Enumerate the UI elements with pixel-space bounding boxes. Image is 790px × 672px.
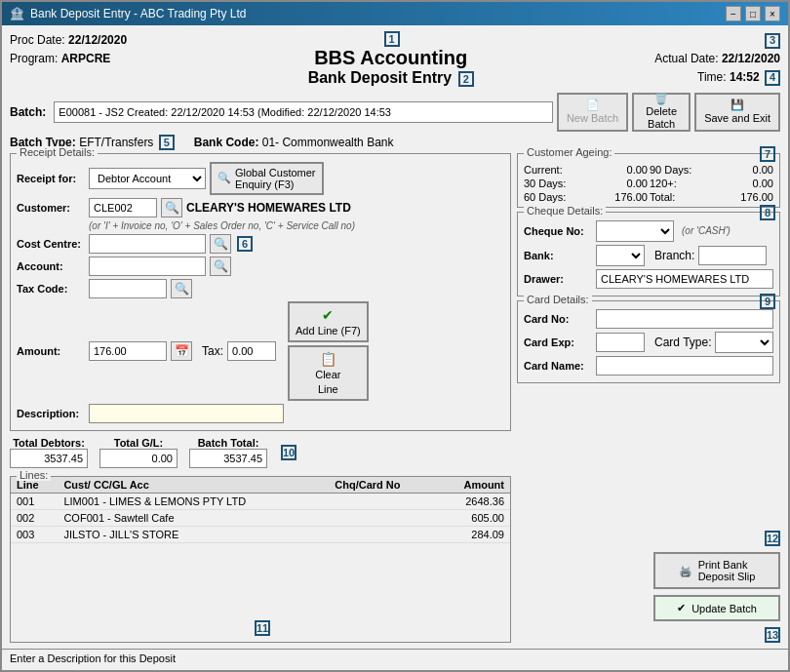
lines-label: Lines: xyxy=(17,469,51,481)
update-batch-button[interactable]: ✔ Update Batch xyxy=(653,595,780,621)
line-account: COF001 - Sawtell Cafe xyxy=(58,509,329,526)
bank-code-value: 01- Commonwealth Bank xyxy=(262,136,394,149)
new-batch-button[interactable]: 📄 New Batch xyxy=(557,93,628,132)
card-no-label: Card No: xyxy=(524,313,592,325)
batch-total-value xyxy=(189,449,267,468)
current-value: 0.00 xyxy=(587,164,649,176)
line-amount: 2648.36 xyxy=(437,493,510,509)
clear-line-button[interactable]: 📋 ClearLine xyxy=(288,345,369,401)
line-chq xyxy=(329,493,437,509)
print-icon: 🖨️ xyxy=(679,565,692,577)
col-account: Cust/ CC/GL Acc xyxy=(58,477,329,494)
card-no-input[interactable] xyxy=(596,309,773,329)
card-type-label: Card Type: xyxy=(654,336,711,349)
card-exp-label: Card Exp: xyxy=(524,336,592,348)
customer-code-input[interactable] xyxy=(89,198,157,217)
cost-centre-input[interactable] xyxy=(89,234,206,254)
tax-code-input[interactable] xyxy=(89,279,167,298)
delete-batch-button[interactable]: 🗑️ DeleteBatch xyxy=(632,93,691,132)
cheque-details-group: Cheque Details: 8 Cheque No: (or 'CASH')… xyxy=(517,212,780,296)
line-chq xyxy=(329,526,437,542)
close-button[interactable]: × xyxy=(765,6,780,21)
batch-total-label: Batch Total: xyxy=(198,437,259,449)
tax-code-label: Tax Code: xyxy=(17,283,85,295)
tax-input[interactable] xyxy=(227,341,276,361)
description-label: Description: xyxy=(17,408,85,419)
badge2: 2 xyxy=(458,71,474,87)
badge8: 8 xyxy=(760,205,775,220)
days30-value: 0.00 xyxy=(587,178,649,189)
badge10: 10 xyxy=(281,445,296,460)
card-exp-input[interactable] xyxy=(596,333,645,352)
line-account: LIM001 - LIMES & LEMONS PTY LTD xyxy=(58,493,329,509)
batch-label: Batch: xyxy=(10,105,46,119)
window-title: Bank Deposit Entry - ABC Trading Pty Ltd xyxy=(30,7,246,20)
total-debtors-label: Total Debtors: xyxy=(13,437,85,449)
add-line-button[interactable]: ✔ Add Line (F7) xyxy=(288,301,369,342)
save-exit-button[interactable]: 💾 Save and Exit xyxy=(694,93,780,132)
global-customer-enquiry-button[interactable]: 🔍 Global CustomerEnquiry (F3) xyxy=(210,162,324,195)
col-amount: Amount xyxy=(437,477,510,494)
table-row[interactable]: 003 JILSTO - JILL'S STORE 284.09 xyxy=(11,526,510,542)
receipt-for-select[interactable]: Debtor Account xyxy=(89,168,206,189)
status-text: Enter a Description for this Deposit xyxy=(10,652,176,664)
amount-label: Amount: xyxy=(17,345,85,357)
customer-search-button[interactable]: 🔍 xyxy=(161,198,182,217)
header-right: 3 Actual Date: 22/12/2020 Time: 14:52 4 xyxy=(654,31,780,88)
col-chq: Chq/Card No xyxy=(329,477,437,494)
batch-input[interactable] xyxy=(54,101,553,123)
cheque-no-select[interactable] xyxy=(596,220,674,242)
drawer-input[interactable] xyxy=(596,269,773,289)
receipt-details-label: Receipt Details: xyxy=(17,146,98,158)
card-type-select[interactable] xyxy=(715,332,773,353)
days120-label: 120+: xyxy=(650,178,711,189)
calendar-button[interactable]: 📅 xyxy=(171,341,192,361)
days90-label: 90 Days: xyxy=(650,164,711,176)
bank-code-label: Bank Code: xyxy=(194,136,259,149)
badge11: 11 xyxy=(255,620,270,636)
lines-table: Line Cust/ CC/GL Acc Chq/Card No Amount … xyxy=(11,477,510,543)
line-amount: 605.00 xyxy=(437,509,510,526)
totals-row: Total Debtors: Total G/L: Batch Total: 1… xyxy=(10,437,511,468)
branch-input[interactable] xyxy=(698,246,767,265)
app-title: BBS Accounting xyxy=(127,47,654,69)
receipt-details-group: Receipt Details: Receipt for: Debtor Acc… xyxy=(10,153,511,431)
new-batch-icon: 📄 xyxy=(586,99,600,111)
card-name-label: Card Name: xyxy=(524,360,592,372)
badge12: 12 xyxy=(765,531,780,546)
account-input[interactable] xyxy=(89,257,206,276)
badge7: 7 xyxy=(760,146,775,162)
current-label: Current: xyxy=(524,164,585,176)
header-left: Proc Date: 22/12/2020 Program: ARPCRE xyxy=(10,31,127,68)
account-label: Account: xyxy=(17,260,85,272)
cost-centre-label: Cost Centre: xyxy=(17,238,85,250)
total-label: Total: xyxy=(650,191,711,203)
global-icon: 🔍 xyxy=(217,172,231,184)
account-search-button[interactable]: 🔍 xyxy=(210,257,231,276)
app-icon: 🏦 xyxy=(10,7,24,20)
cheque-no-label: Cheque No: xyxy=(524,225,592,237)
total-gl-value xyxy=(99,449,178,468)
customer-name: CLEARY'S HOMEWARES LTD xyxy=(186,201,351,215)
maximize-button[interactable]: □ xyxy=(745,6,761,21)
line-num: 003 xyxy=(11,526,58,542)
customer-label: Customer: xyxy=(17,202,85,214)
amount-input[interactable] xyxy=(89,341,167,361)
tax-code-search-button[interactable]: 🔍 xyxy=(171,279,192,298)
bank-select[interactable] xyxy=(596,245,645,266)
total-value: 176.00 xyxy=(713,191,774,203)
card-name-input[interactable] xyxy=(596,356,773,376)
cost-centre-search-button[interactable]: 🔍 xyxy=(210,234,231,254)
table-row[interactable]: 001 LIM001 - LIMES & LEMONS PTY LTD 2648… xyxy=(11,493,510,509)
save-exit-icon: 💾 xyxy=(731,99,744,111)
cheque-details-label: Cheque Details: xyxy=(524,205,606,217)
print-bank-deposit-slip-button[interactable]: 🖨️ Print BankDeposit Slip xyxy=(653,552,780,589)
badge6: 6 xyxy=(237,236,253,252)
description-input[interactable] xyxy=(89,404,284,423)
table-row[interactable]: 002 COF001 - Sawtell Cafe 605.00 xyxy=(11,509,510,526)
sub-title: Bank Deposit Entry 2 xyxy=(127,69,654,87)
line-chq xyxy=(329,509,437,526)
ageing-label: Customer Ageing: xyxy=(524,146,614,158)
line-account: JILSTO - JILL'S STORE xyxy=(58,526,329,542)
minimize-button[interactable]: − xyxy=(726,6,741,21)
